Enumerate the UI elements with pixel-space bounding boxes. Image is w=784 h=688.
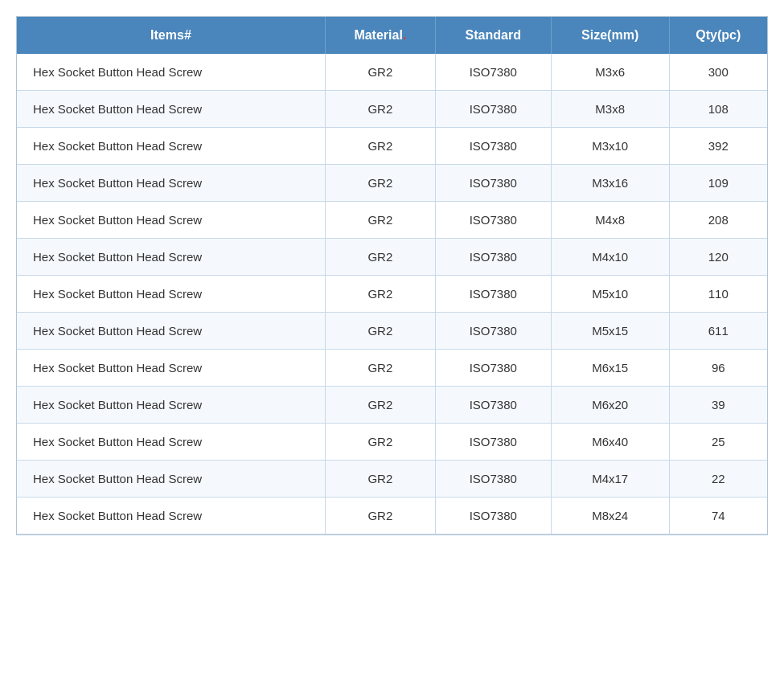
cell-material: GR2 — [325, 165, 435, 202]
table-row: Hex Socket Button Head ScrewGR2ISO7380M4… — [17, 461, 767, 498]
cell-standard: ISO7380 — [435, 276, 551, 313]
cell-material: GR2 — [325, 202, 435, 239]
cell-material: GR2 — [325, 498, 435, 534]
table-row: Hex Socket Button Head ScrewGR2ISO7380M3… — [17, 128, 767, 165]
cell-item: Hex Socket Button Head Screw — [17, 498, 325, 534]
cell-material: GR2 — [325, 350, 435, 387]
cell-qty: 110 — [669, 276, 767, 313]
header-material: Material. — [325, 17, 435, 54]
table-row: Hex Socket Button Head ScrewGR2ISO7380M5… — [17, 276, 767, 313]
table-header-row: Items# Material. Standard Size(mm) Qty(p… — [17, 17, 767, 54]
cell-item: Hex Socket Button Head Screw — [17, 461, 325, 498]
cell-qty: 109 — [669, 165, 767, 202]
cell-standard: ISO7380 — [435, 91, 551, 128]
table-body: Hex Socket Button Head ScrewGR2ISO7380M3… — [17, 54, 767, 534]
cell-standard: ISO7380 — [435, 498, 551, 534]
table-row: Hex Socket Button Head ScrewGR2ISO7380M3… — [17, 91, 767, 128]
cell-standard: ISO7380 — [435, 54, 551, 91]
header-qty: Qty(pc) — [669, 17, 767, 54]
header-standard: Standard — [435, 17, 551, 54]
table-row: Hex Socket Button Head ScrewGR2ISO7380M8… — [17, 498, 767, 534]
table-row: Hex Socket Button Head ScrewGR2ISO7380M6… — [17, 387, 767, 424]
cell-item: Hex Socket Button Head Screw — [17, 276, 325, 313]
cell-size: M6x15 — [551, 350, 669, 387]
cell-material: GR2 — [325, 313, 435, 350]
cell-size: M4x8 — [551, 202, 669, 239]
cell-item: Hex Socket Button Head Screw — [17, 165, 325, 202]
cell-qty: 611 — [669, 313, 767, 350]
cell-qty: 25 — [669, 424, 767, 461]
cell-qty: 300 — [669, 54, 767, 91]
cell-material: GR2 — [325, 239, 435, 276]
table-row: Hex Socket Button Head ScrewGR2ISO7380M5… — [17, 313, 767, 350]
cell-size: M3x8 — [551, 91, 669, 128]
cell-size: M4x10 — [551, 239, 669, 276]
cell-item: Hex Socket Button Head Screw — [17, 424, 325, 461]
main-table-container: Items# Material. Standard Size(mm) Qty(p… — [16, 16, 768, 535]
cell-material: GR2 — [325, 54, 435, 91]
material-label: Material — [354, 28, 402, 42]
cell-qty: 208 — [669, 202, 767, 239]
cell-item: Hex Socket Button Head Screw — [17, 54, 325, 91]
cell-item: Hex Socket Button Head Screw — [17, 91, 325, 128]
header-items: Items# — [17, 17, 325, 54]
cell-standard: ISO7380 — [435, 350, 551, 387]
cell-qty: 22 — [669, 461, 767, 498]
cell-material: GR2 — [325, 128, 435, 165]
cell-size: M6x40 — [551, 424, 669, 461]
cell-material: GR2 — [325, 461, 435, 498]
cell-size: M3x16 — [551, 165, 669, 202]
cell-size: M3x10 — [551, 128, 669, 165]
cell-standard: ISO7380 — [435, 387, 551, 424]
header-size: Size(mm) — [551, 17, 669, 54]
cell-qty: 108 — [669, 91, 767, 128]
cell-item: Hex Socket Button Head Screw — [17, 350, 325, 387]
cell-material: GR2 — [325, 424, 435, 461]
cell-size: M8x24 — [551, 498, 669, 534]
cell-material: GR2 — [325, 91, 435, 128]
cell-standard: ISO7380 — [435, 313, 551, 350]
cell-size: M5x10 — [551, 276, 669, 313]
cell-size: M3x6 — [551, 54, 669, 91]
cell-standard: ISO7380 — [435, 128, 551, 165]
cell-item: Hex Socket Button Head Screw — [17, 128, 325, 165]
cell-qty: 120 — [669, 239, 767, 276]
table-row: Hex Socket Button Head ScrewGR2ISO7380M4… — [17, 202, 767, 239]
cell-standard: ISO7380 — [435, 165, 551, 202]
table-row: Hex Socket Button Head ScrewGR2ISO7380M3… — [17, 165, 767, 202]
table-row: Hex Socket Button Head ScrewGR2ISO7380M3… — [17, 54, 767, 91]
cell-item: Hex Socket Button Head Screw — [17, 313, 325, 350]
cell-qty: 96 — [669, 350, 767, 387]
cell-standard: ISO7380 — [435, 424, 551, 461]
cell-item: Hex Socket Button Head Screw — [17, 202, 325, 239]
cell-material: GR2 — [325, 276, 435, 313]
cell-size: M6x20 — [551, 387, 669, 424]
cell-qty: 392 — [669, 128, 767, 165]
cell-standard: ISO7380 — [435, 202, 551, 239]
cell-qty: 39 — [669, 387, 767, 424]
material-red-dot: . — [403, 28, 406, 42]
screw-table: Items# Material. Standard Size(mm) Qty(p… — [17, 17, 767, 534]
cell-size: M5x15 — [551, 313, 669, 350]
table-row: Hex Socket Button Head ScrewGR2ISO7380M6… — [17, 350, 767, 387]
cell-size: M4x17 — [551, 461, 669, 498]
cell-item: Hex Socket Button Head Screw — [17, 239, 325, 276]
table-row: Hex Socket Button Head ScrewGR2ISO7380M4… — [17, 239, 767, 276]
table-row: Hex Socket Button Head ScrewGR2ISO7380M6… — [17, 424, 767, 461]
cell-standard: ISO7380 — [435, 239, 551, 276]
cell-item: Hex Socket Button Head Screw — [17, 387, 325, 424]
cell-standard: ISO7380 — [435, 461, 551, 498]
cell-qty: 74 — [669, 498, 767, 534]
cell-material: GR2 — [325, 387, 435, 424]
